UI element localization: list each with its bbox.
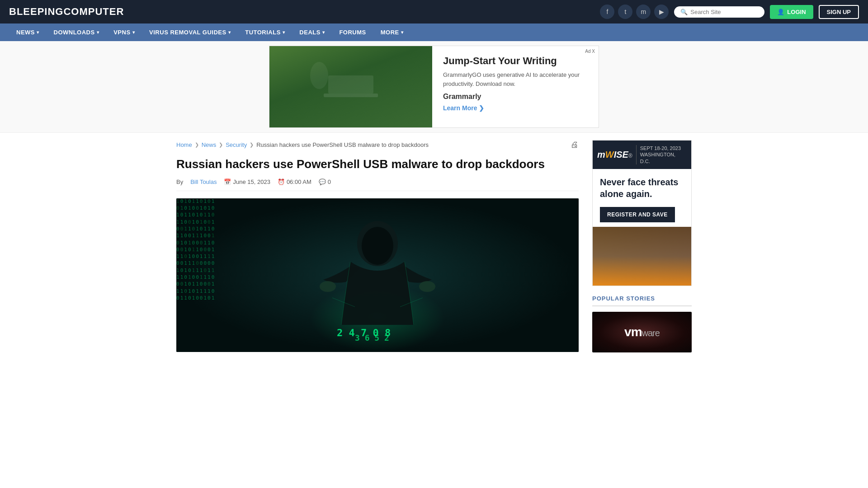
- search-input[interactable]: [690, 9, 758, 15]
- breadcrumb: Home ❯ News ❯ Security ❯ Russian hackers…: [176, 140, 579, 150]
- nav-deals[interactable]: DEALS ▾: [292, 23, 332, 41]
- article-date: 📅 June 15, 2023: [224, 178, 270, 185]
- nav-virus-removal[interactable]: VIRUS REMOVAL GUIDES ▾: [142, 23, 238, 41]
- ad-banner: Jump-Start Your Writing GrammarlyGO uses…: [0, 41, 868, 133]
- ad-container: Jump-Start Your Writing GrammarlyGO uses…: [269, 46, 599, 128]
- ad-description: GrammarlyGO uses generative AI to accele…: [443, 70, 588, 88]
- ad-close[interactable]: Ad X: [583, 48, 597, 55]
- nav-forums[interactable]: FORUMS: [332, 23, 373, 41]
- breadcrumb-security[interactable]: Security: [226, 141, 247, 148]
- site-header: BLEEPINGCOMPUTER f t m ▶ 🔍 👤 LOGIN SIG: [0, 0, 868, 23]
- mastodon-link[interactable]: m: [636, 5, 651, 19]
- breadcrumb-sep-2: ❯: [219, 142, 223, 148]
- main-column: Home ❯ News ❯ Security ❯ Russian hackers…: [176, 140, 579, 352]
- mwise-logo: mWISE®: [597, 150, 632, 160]
- article-meta: By Bill Toulas 📅 June 15, 2023 ⏰ 06:00 A…: [176, 178, 579, 191]
- article-title: Russian hackers use PowerShell USB malwa…: [176, 157, 579, 172]
- print-icon[interactable]: 🖨: [571, 140, 579, 150]
- sidebar-ad-tagline: Never face threats alone again.: [593, 169, 691, 207]
- article-comments[interactable]: 💬 0: [319, 178, 331, 185]
- vmware-logo: vmware: [624, 325, 660, 339]
- facebook-icon: f: [606, 8, 608, 15]
- svg-rect-0: [324, 94, 378, 97]
- main-nav: NEWS ▾ DOWNLOADS ▾ VPNS ▾ VIRUS REMOVAL …: [0, 23, 868, 41]
- downloads-dropdown-arrow: ▾: [97, 30, 99, 35]
- comments-icon: 💬: [319, 178, 326, 185]
- ad-content: Jump-Start Your Writing GrammarlyGO uses…: [432, 46, 599, 127]
- header-right: f t m ▶ 🔍 👤 LOGIN SIGN UP: [600, 5, 859, 19]
- signup-button[interactable]: SIGN UP: [819, 5, 859, 19]
- ad-person-image: [269, 46, 432, 127]
- virus-dropdown-arrow: ▾: [228, 30, 231, 35]
- article-time-text: 06:00 AM: [287, 178, 311, 185]
- popular-stories-title: POPULAR STORIES: [592, 295, 692, 306]
- facebook-link[interactable]: f: [600, 5, 614, 19]
- ad-image: [269, 46, 432, 127]
- svg-point-5: [320, 281, 336, 292]
- svg-point-2: [310, 62, 328, 89]
- article-time: ⏰ 06:00 AM: [278, 178, 311, 185]
- article-main-image: 101101001011010 010101101001011 10101001…: [176, 198, 579, 352]
- breadcrumb-news[interactable]: News: [202, 141, 217, 148]
- popular-stories: POPULAR STORIES vmware: [592, 295, 692, 352]
- ad-learn-more-link[interactable]: Learn More ❯: [443, 104, 484, 112]
- article-author-label: By: [176, 178, 183, 185]
- tutorials-dropdown-arrow: ▾: [283, 30, 285, 35]
- deals-dropdown-arrow: ▾: [322, 30, 325, 35]
- breadcrumb-home[interactable]: Home: [176, 141, 192, 148]
- ad-illustration: [306, 48, 396, 125]
- social-icons: f t m ▶: [600, 5, 669, 19]
- ad-brand: Grammarly: [443, 93, 588, 101]
- article-author-link[interactable]: Bill Toulas: [190, 178, 217, 185]
- login-label: LOGIN: [787, 9, 806, 15]
- login-button[interactable]: 👤 LOGIN: [770, 5, 813, 19]
- search-icon: 🔍: [680, 9, 688, 15]
- article-comments-count: 0: [328, 178, 331, 185]
- svg-point-4: [362, 227, 393, 265]
- sidebar-ad-header: mWISE® SEPT 18-20, 2023 WASHINGTON, D.C.: [593, 141, 691, 169]
- more-dropdown-arrow: ▾: [401, 30, 404, 35]
- register-save-button[interactable]: REGISTER AND SAVE: [600, 207, 675, 222]
- mwise-date: SEPT 18-20, 2023 WASHINGTON, D.C.: [636, 145, 687, 164]
- twitter-link[interactable]: t: [618, 5, 632, 19]
- logo-text-light: BLEEPING: [9, 6, 63, 17]
- site-logo[interactable]: BLEEPINGCOMPUTER: [9, 6, 124, 18]
- sidebar-conference-ad: mWISE® SEPT 18-20, 2023 WASHINGTON, D.C.…: [592, 140, 692, 286]
- hacker-visual: 101101001011010 010101101001011 10101001…: [176, 198, 579, 352]
- user-icon: 👤: [777, 9, 784, 15]
- breadcrumb-sep-1: ❯: [195, 142, 199, 148]
- breadcrumb-current: Russian hackers use PowerShell USB malwa…: [256, 141, 429, 148]
- ad-title: Jump-Start Your Writing: [443, 55, 588, 67]
- nav-vpns[interactable]: VPNS ▾: [106, 23, 142, 41]
- svg-rect-1: [328, 75, 373, 94]
- sidebar: mWISE® SEPT 18-20, 2023 WASHINGTON, D.C.…: [592, 140, 692, 352]
- calendar-icon: 📅: [224, 178, 231, 185]
- sidebar-ad-conference-image: [593, 227, 691, 286]
- search-bar: 🔍: [674, 6, 764, 18]
- signup-label: SIGN UP: [827, 9, 851, 15]
- twitter-icon: t: [624, 8, 626, 15]
- nav-more[interactable]: MORE ▾: [373, 23, 411, 41]
- youtube-icon: ▶: [659, 8, 664, 15]
- story-thumb-vmware[interactable]: vmware: [592, 312, 692, 352]
- svg-point-6: [419, 281, 435, 292]
- nav-downloads[interactable]: DOWNLOADS ▾: [47, 23, 107, 41]
- conference-photo: [593, 227, 691, 286]
- page-content: Home ❯ News ❯ Security ❯ Russian hackers…: [167, 133, 701, 360]
- breadcrumb-sep-3: ❯: [250, 142, 254, 148]
- nav-tutorials[interactable]: TUTORIALS ▾: [238, 23, 292, 41]
- mastodon-icon: m: [641, 8, 646, 15]
- clock-icon: ⏰: [278, 178, 285, 185]
- svg-text:3 6 5 2: 3 6 5 2: [355, 333, 389, 343]
- nav-news[interactable]: NEWS ▾: [9, 23, 47, 41]
- news-dropdown-arrow: ▾: [37, 30, 39, 35]
- article-date-text: June 15, 2023: [233, 178, 270, 185]
- logo-text-bold: COMPUTER: [63, 6, 124, 17]
- vpns-dropdown-arrow: ▾: [132, 30, 135, 35]
- youtube-link[interactable]: ▶: [654, 5, 669, 19]
- hacker-svg: 2 4 7 0 8 3 6 5 2: [310, 207, 445, 343]
